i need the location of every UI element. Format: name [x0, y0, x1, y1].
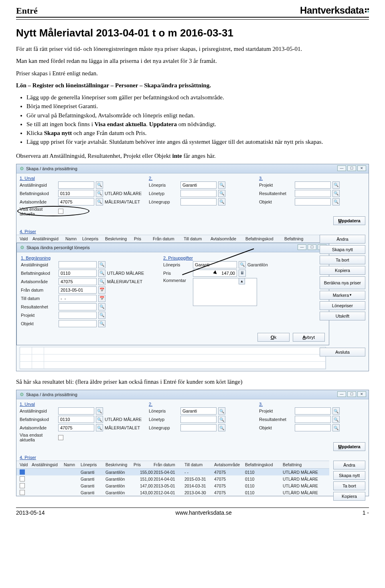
lookup-icon[interactable]: 🔍 — [98, 270, 105, 277]
input-objekt[interactable] — [295, 198, 331, 205]
chevron-down-icon: ▼ — [349, 293, 352, 297]
kopiera-button[interactable]: Kopiera — [320, 266, 365, 275]
avsluta-button[interactable]: Avsluta — [320, 348, 365, 356]
lookup-icon[interactable]: 🔍 — [98, 261, 105, 268]
input-projekt[interactable] — [59, 312, 97, 319]
row-checkbox[interactable] — [20, 490, 25, 495]
input-lonepris[interactable] — [180, 181, 217, 189]
uppdatera-button[interactable]: UUppdatera — [333, 216, 365, 225]
calc-icon[interactable]: 🖩 — [239, 270, 246, 277]
lookup-icon[interactable]: 🔍 — [332, 407, 340, 415]
lookup-icon[interactable]: 🔍 — [332, 181, 340, 189]
row-checkbox[interactable] — [20, 483, 25, 488]
table-row[interactable]: GarantiGarantilön147,00 2013-05-012014-0… — [16, 482, 329, 489]
andra-button[interactable]: Ändra — [320, 235, 365, 244]
lonepriser-button[interactable]: Lönepriser — [320, 301, 365, 310]
input-resultatenhet[interactable] — [295, 190, 331, 197]
berakna-button[interactable]: Beräkna nya priser — [320, 276, 365, 289]
input-befattningskod[interactable] — [58, 416, 94, 423]
bullet-list: Lägg upp de generella lönepriser som gäl… — [26, 93, 369, 146]
input-lonetyp[interactable] — [180, 416, 217, 423]
lookup-icon[interactable]: 🔍 — [96, 424, 103, 431]
uppdatera-button[interactable]: UUppdatera — [333, 442, 365, 451]
lookup-icon[interactable]: 🔍 — [218, 198, 225, 205]
table-row[interactable]: GarantiGarantilön155,00 2015-04-01- -470… — [16, 469, 329, 475]
input-befattningskod[interactable] — [59, 270, 97, 277]
input-objekt[interactable] — [59, 320, 97, 327]
input-lonegrupp[interactable] — [180, 198, 217, 205]
lookup-icon[interactable]: 🔍 — [98, 320, 105, 327]
checkbox-visa-endast[interactable] — [58, 435, 63, 440]
row-checkbox[interactable] — [20, 476, 25, 481]
input-lonetyp[interactable] — [180, 190, 217, 197]
lookup-icon[interactable]: 🔍 — [96, 416, 103, 423]
lookup-icon[interactable]: 🔍 — [332, 198, 340, 205]
row-checkbox[interactable] — [20, 469, 25, 475]
bullet-item: Gör urval på Befattningskod, Avtalsområd… — [26, 111, 369, 119]
lookup-icon[interactable]: 🔍 — [98, 278, 105, 285]
lookup-icon[interactable]: 🔍 — [218, 416, 225, 423]
input-avtalsomrade[interactable] — [58, 198, 94, 205]
lookup-icon[interactable]: 🔍 — [332, 416, 340, 423]
lookup-icon[interactable]: 🔍 — [218, 407, 225, 415]
lookup-icon[interactable]: 🔍 — [239, 261, 246, 268]
lookup-icon[interactable]: 🔍 — [218, 181, 225, 189]
skapa-nytt-button[interactable]: Skapa nytt — [333, 471, 365, 480]
lookup-icon[interactable]: 🔍 — [218, 424, 225, 431]
brand-entre: Entré — [16, 6, 38, 16]
ta-bort-button[interactable]: Ta bort — [320, 256, 365, 264]
input-projekt[interactable] — [295, 181, 331, 189]
lookup-icon[interactable]: 🔍 — [96, 198, 103, 205]
input-lonegrupp[interactable] — [180, 424, 217, 431]
minimize-button[interactable]: — — [298, 244, 306, 250]
lookup-icon[interactable]: 🔍 — [98, 303, 105, 310]
mid-text: Så här ska resultatet bli: (flera äldre … — [16, 378, 369, 386]
maximize-button[interactable]: ☐ — [347, 391, 356, 397]
ta-bort-button[interactable]: Ta bort — [333, 481, 365, 490]
section-1-urval: 1. Urval — [20, 174, 145, 181]
input-till-datum[interactable] — [59, 295, 97, 302]
maximize-button[interactable]: ☐ — [308, 244, 316, 250]
table-row[interactable]: GarantiGarantilön143,00 2012-04-012013-0… — [16, 489, 329, 496]
input-fran-datum[interactable] — [59, 286, 97, 294]
lookup-icon[interactable]: 🔍 — [218, 190, 225, 197]
kopiera-button[interactable]: Kopiera — [333, 492, 365, 501]
lookup-icon[interactable]: 🔍 — [332, 190, 340, 197]
scroll-up-icon[interactable]: ▲ — [239, 278, 245, 284]
minimize-button[interactable]: — — [337, 391, 346, 397]
bullet-item: Klicka Skapa nytt och ange Från datum oc… — [26, 129, 369, 137]
lookup-icon[interactable]: 🔍 — [96, 407, 103, 415]
window-prissattning: ⚙ Skapa / ändra prissättning — ☐ ✕ 1. Ur… — [16, 164, 369, 371]
close-button[interactable]: ✕ — [357, 391, 366, 397]
minimize-button[interactable]: — — [337, 165, 346, 171]
utskrift-button[interactable]: Utskrift — [320, 312, 365, 320]
input-resultatenhet[interactable] — [59, 303, 97, 310]
input-projekt[interactable] — [295, 407, 331, 415]
lookup-icon[interactable]: 🔍 — [96, 181, 103, 189]
calendar-icon[interactable]: 📅 — [98, 286, 105, 294]
close-button[interactable]: ✕ — [357, 165, 366, 171]
lookup-icon[interactable]: 🔍 — [96, 190, 103, 197]
input-avtalsomrade[interactable] — [58, 424, 94, 431]
input-befattningskod[interactable] — [58, 190, 94, 197]
andra-button[interactable]: Ändra — [333, 461, 365, 469]
input-anstallningsid[interactable] — [59, 261, 97, 268]
ok-button[interactable]: OOk — [257, 333, 290, 342]
input-avtalsomrade[interactable] — [59, 278, 97, 285]
skapa-nytt-button[interactable]: Skapa nytt — [320, 245, 365, 254]
calendar-icon[interactable]: 📅 — [98, 295, 105, 302]
prices-area: Vald Anställningsid Namn Lönepris Beskri… — [16, 235, 369, 369]
maximize-button[interactable]: ☐ — [347, 165, 356, 171]
input-lonepris[interactable] — [180, 407, 217, 415]
input-objekt[interactable] — [295, 424, 331, 431]
markera-button[interactable]: Markera ▼ — [320, 291, 365, 300]
input-resultatenhet[interactable] — [295, 416, 331, 423]
textarea-kommentar[interactable] — [193, 278, 257, 306]
table-row[interactable]: GarantiGarantilön151,00 2014-04-012015-0… — [16, 475, 329, 482]
lookup-icon[interactable]: 🔍 — [332, 424, 340, 431]
label-projekt: Projekt — [259, 183, 293, 187]
window-title: Skapa / ändra prissättning — [26, 392, 77, 397]
input-anstallningsid[interactable] — [58, 407, 94, 415]
lookup-icon[interactable]: 🔍 — [98, 312, 105, 319]
input-anstallningsid[interactable] — [58, 181, 94, 189]
